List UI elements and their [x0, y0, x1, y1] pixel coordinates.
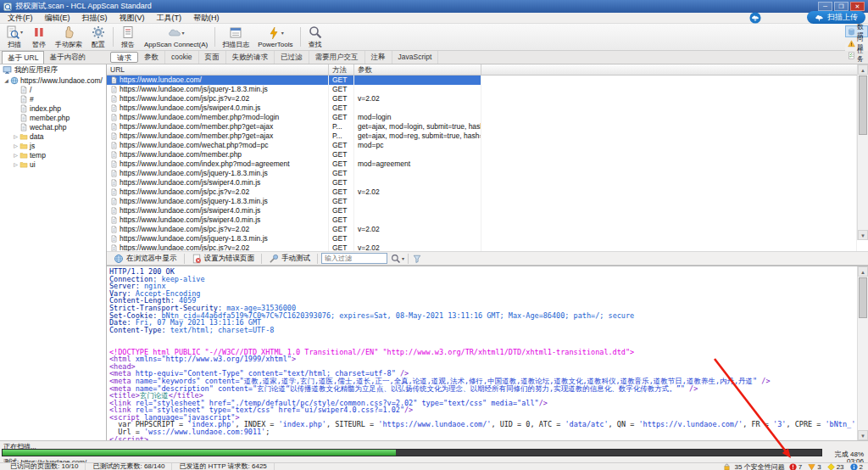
table-row[interactable]: https://www.lundaoe.com/js/jquery-1.8.3.… — [107, 197, 857, 206]
table-row[interactable]: https://www.lundaoe.com/js/swiper4.0.min… — [107, 178, 857, 187]
table-row[interactable]: https://www.lundaoe.com/GET — [107, 76, 857, 85]
toolbar-config-button[interactable]: 配置 — [86, 25, 110, 49]
tree-item[interactable]: ▷data — [0, 131, 106, 141]
tree-item[interactable]: ◢https://www.lundaoe.com/ — [0, 76, 106, 85]
toolbar-scan-button[interactable]: ▾扫描 — [2, 25, 27, 49]
tree-item[interactable]: wechat.php — [0, 122, 106, 131]
toolbar-appscan-connect-cloud-button[interactable]: ▾AppScan Connect(A) — [140, 25, 212, 49]
table-row[interactable]: https://www.lundaoe.com/member.php?get=a… — [107, 131, 857, 141]
table-row[interactable]: https://www.lundaoe.com/js/pc.js?v=2.02G… — [107, 94, 857, 104]
table-row[interactable]: https://www.lundaoe.com/index.php?mod=ag… — [107, 159, 857, 169]
tree-item[interactable]: index.php — [0, 104, 106, 113]
dropdown-arrow-icon[interactable]: ▾ — [182, 30, 185, 36]
scrollbar-thumb[interactable] — [859, 277, 867, 318]
page-icon — [19, 114, 28, 122]
scroll-down-icon[interactable]: ▼ — [858, 230, 868, 240]
table-row[interactable]: https://www.lundaoe.com/js/pc.js?v=2.02G… — [107, 225, 857, 234]
response-viewer[interactable]: HTTP/1.1 200 OKConnection: keep-aliveSer… — [107, 266, 868, 440]
content-tab[interactable]: JavaScript — [392, 51, 439, 64]
column-header[interactable]: 参数 — [354, 64, 481, 75]
table-row[interactable]: https://www.lundaoe.com/js/pc.js?v=2.02G… — [107, 187, 857, 197]
request-table-scrollbar[interactable]: ▲ ▼ — [857, 64, 868, 240]
content-tab[interactable]: 请求 — [110, 52, 138, 63]
action-error-page-button[interactable]: 设置为错误页面 — [188, 254, 259, 264]
side-button-tasks[interactable]: 任务 — [845, 49, 868, 61]
expand-icon[interactable]: ▷ — [12, 133, 19, 139]
view-tab[interactable]: 基于 URL — [2, 51, 44, 64]
scroll-down-icon[interactable]: ▼ — [858, 430, 868, 440]
scroll-up-icon[interactable]: ▲ — [858, 64, 868, 75]
tree-item[interactable]: # — [0, 94, 106, 104]
upload-badge[interactable]: 扫描上传 — [807, 11, 865, 24]
table-row[interactable]: https://www.lundaoe.com/wechat.php?mod=p… — [107, 141, 857, 150]
table-row[interactable]: https://www.lundaoe.com/js/jquery-1.8.3.… — [107, 234, 857, 243]
clear-filter-button[interactable] — [412, 254, 422, 264]
filter-input[interactable] — [321, 253, 387, 264]
severity-medium[interactable]: 3 — [808, 463, 821, 470]
content-tab[interactable]: 失败的请求 — [226, 51, 275, 64]
action-manual-test-button[interactable]: 手动测试 — [265, 254, 314, 264]
expand-icon[interactable]: ▷ — [12, 143, 19, 148]
table-row[interactable]: https://www.lundaoe.com/member.phpGET — [107, 150, 857, 159]
menu-item[interactable]: 扫描(S) — [76, 13, 114, 24]
close-button[interactable]: ✕ — [850, 2, 865, 11]
params-cell: v=2.02 — [354, 187, 481, 197]
severity-informational[interactable]: 2 — [850, 463, 863, 470]
tree-item-label: https://www.lundaoe.com/ — [20, 76, 103, 85]
column-header[interactable]: URL — [107, 64, 329, 75]
collapse-icon[interactable]: ◢ — [3, 77, 10, 83]
tree-item[interactable]: / — [0, 85, 106, 94]
table-row[interactable]: https://www.lundaoe.com/js/swiper4.0.min… — [107, 206, 857, 215]
expand-icon[interactable]: ▷ — [12, 152, 19, 158]
method-cell: GET — [329, 159, 354, 169]
scroll-up-icon[interactable]: ▲ — [858, 266, 868, 277]
tree-item[interactable]: ▷js — [0, 141, 106, 150]
menu-item[interactable]: 文件(F) — [2, 13, 39, 24]
table-row[interactable]: https://www.lundaoe.com/js/swiper4.0.min… — [107, 104, 857, 113]
toolbar-pause-button[interactable]: 暂停 — [27, 25, 51, 49]
toolbar-scan-log-button[interactable]: 扫描日志 — [218, 25, 253, 49]
table-row[interactable]: https://www.lundaoe.com/js/jquery-1.8.3.… — [107, 85, 857, 94]
content-tab[interactable]: cookie — [165, 51, 199, 64]
connect-status-icon[interactable] — [749, 12, 761, 24]
params-cell: v=2.02 — [354, 225, 481, 234]
tree-item[interactable]: ▷ui — [0, 159, 106, 169]
menu-item[interactable]: 视图(V) — [114, 13, 151, 24]
column-header[interactable]: 方法 — [329, 64, 354, 75]
response-scrollbar[interactable]: ▲ ▼ — [857, 266, 868, 440]
toolbar-report-button[interactable]: 报告 — [116, 25, 140, 49]
dropdown-arrow-icon[interactable]: ▾ — [281, 30, 284, 36]
severity-low[interactable]: 23 — [827, 463, 844, 470]
table-row[interactable]: https://www.lundaoe.com/js/pc.js?v=2.02G… — [107, 243, 857, 251]
table-row[interactable]: https://www.lundaoe.com/member.php?get=a… — [107, 122, 857, 131]
menu-item[interactable]: 帮助(H) — [187, 13, 225, 24]
toolbar-manual-explore-button[interactable]: 手动探索 — [51, 25, 86, 49]
toolbar-powertools-button[interactable]: ▾PowerTools — [253, 25, 297, 49]
severity-high[interactable]: 7 — [789, 463, 802, 470]
table-row[interactable]: https://www.lundaoe.com/js/jquery-1.8.3.… — [107, 169, 857, 178]
menu-item[interactable]: 工具(T) — [151, 13, 188, 24]
cell-filler — [481, 197, 857, 206]
content-tab[interactable]: 参数 — [138, 51, 165, 64]
content-tab[interactable]: 注释 — [365, 51, 392, 64]
table-row[interactable]: https://www.lundaoe.com/member.php?mod=l… — [107, 113, 857, 122]
toolbar-find-button[interactable]: 查找 — [303, 25, 327, 49]
menu-item[interactable]: 编辑(E) — [39, 13, 76, 24]
security-summary[interactable]: 35 个安全性问题 73232 — [723, 462, 868, 470]
search-filter-button[interactable]: ▾ — [391, 254, 404, 264]
tree-item[interactable]: member.php — [0, 113, 106, 122]
dropdown-arrow-icon[interactable]: ▾ — [20, 29, 23, 35]
content-tab[interactable]: 已过滤 — [275, 51, 309, 64]
table-row[interactable]: https://www.lundaoe.com/js/swiper4.0.min… — [107, 215, 857, 225]
maximize-button[interactable]: ❐ — [834, 2, 849, 11]
url-cell: https://www.lundaoe.com/js/swiper4.0.min… — [107, 215, 329, 225]
minimize-button[interactable]: ─ — [818, 2, 832, 11]
expand-icon[interactable]: ▷ — [12, 161, 19, 167]
action-browser-globe-button[interactable]: 在浏览器中显示 — [110, 254, 181, 264]
tree-item[interactable]: ▷temp — [0, 150, 106, 159]
content-tab[interactable]: 需要用户交互 — [309, 51, 365, 64]
tree-item-label: index.php — [30, 104, 61, 113]
content-tab[interactable]: 页面 — [199, 51, 226, 64]
scrollbar-thumb[interactable] — [859, 76, 867, 135]
view-tab[interactable]: 基于内容的 — [44, 51, 91, 64]
